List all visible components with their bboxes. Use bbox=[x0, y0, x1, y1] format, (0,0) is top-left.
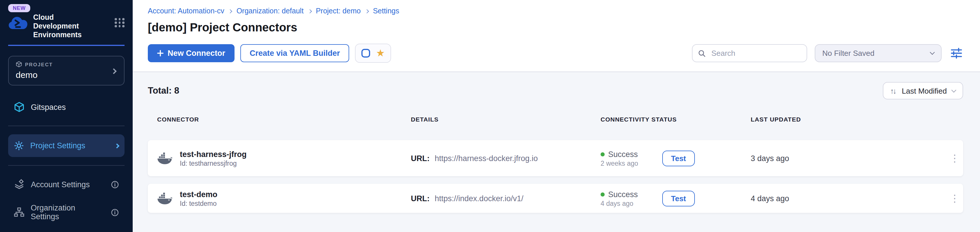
sort-select[interactable]: ↑↓ Last Modified bbox=[883, 82, 963, 99]
toolbar-left: New Connector Create via YAML Builder ★ bbox=[148, 44, 391, 63]
new-connector-label: New Connector bbox=[168, 49, 225, 57]
sidebar-divider bbox=[8, 126, 124, 126]
row-menu-icon[interactable]: ⋮ bbox=[946, 152, 963, 164]
sidebar-item-label: Account Settings bbox=[31, 180, 90, 189]
toolbar: New Connector Create via YAML Builder ★ bbox=[148, 44, 964, 72]
table-header: CONNECTOR DETAILS CONNECTIVITY STATUS LA… bbox=[148, 116, 963, 123]
test-button[interactable]: Test bbox=[662, 191, 695, 206]
connector-name: test-harness-jfrog bbox=[180, 150, 247, 159]
status-time: 2 weeks ago bbox=[601, 160, 662, 167]
breadcrumb-settings[interactable]: Settings bbox=[373, 7, 399, 15]
page-title: [demo] Project Connectors bbox=[148, 21, 964, 34]
sidebar: NEW Cloud Development Environments bbox=[0, 0, 133, 232]
breadcrumb: Account: Automation-cv Organization: def… bbox=[148, 7, 964, 15]
create-via-yaml-builder-button[interactable]: Create via YAML Builder bbox=[240, 44, 349, 62]
row-menu-cell: ⋮ bbox=[946, 192, 972, 204]
connectors-content: Total: 8 ↑↓ Last Modified CONNECTOR DETA… bbox=[133, 72, 980, 232]
sidebar-item-project-settings[interactable]: Project Settings bbox=[8, 134, 124, 157]
sidebar-item-label: Gitspaces bbox=[31, 103, 66, 111]
url-label: URL: bbox=[411, 194, 430, 203]
chevron-separator-icon bbox=[365, 9, 369, 13]
sidebar-item-gitspaces[interactable]: Gitspaces bbox=[8, 97, 124, 118]
gear-icon bbox=[14, 141, 24, 151]
plus-icon bbox=[157, 50, 164, 56]
saved-filter-select[interactable]: No Filter Saved bbox=[815, 44, 942, 62]
favorites-checkbox[interactable] bbox=[361, 49, 370, 57]
url-value: https://harness-docker.jfrog.io bbox=[435, 154, 538, 162]
breadcrumb-organization[interactable]: Organization: default bbox=[237, 7, 304, 15]
new-badge: NEW bbox=[8, 4, 30, 12]
status-text: Success bbox=[608, 150, 638, 159]
search-input[interactable] bbox=[710, 48, 801, 58]
status-success-dot bbox=[601, 192, 605, 196]
chevron-separator-icon bbox=[228, 9, 232, 13]
status-success-dot bbox=[601, 152, 605, 156]
connector-row[interactable]: test-harness-jfrog Id: testharnessjfrog … bbox=[148, 140, 963, 176]
sidebar-item-account-settings[interactable]: Account Settings bbox=[8, 174, 124, 195]
row-menu-cell: ⋮ bbox=[946, 152, 972, 164]
status-block: Success 4 days ago bbox=[601, 190, 662, 207]
details-cell: URL: https://index.docker.io/v1/ bbox=[411, 194, 601, 203]
url-label: URL: bbox=[411, 154, 430, 162]
connector-cell: test-demo Id: testdemo bbox=[157, 190, 411, 207]
breadcrumb-account[interactable]: Account: Automation-cv bbox=[148, 7, 224, 15]
saved-filter-value: No Filter Saved bbox=[822, 49, 874, 57]
search-box bbox=[692, 44, 807, 62]
details-cell: URL: https://harness-docker.jfrog.io bbox=[411, 154, 601, 162]
connector-row[interactable]: test-demo Id: testdemo URL: https://inde… bbox=[148, 184, 963, 213]
new-connector-button[interactable]: New Connector bbox=[148, 44, 234, 62]
chevron-down-icon bbox=[951, 87, 956, 92]
breadcrumb-project[interactable]: Project: demo bbox=[316, 7, 361, 15]
row-menu-icon[interactable]: ⋮ bbox=[946, 192, 963, 204]
sidebar-item-organization-settings[interactable]: Organization Settings bbox=[8, 198, 124, 226]
search-icon bbox=[698, 49, 706, 57]
info-icon bbox=[111, 181, 119, 188]
connector-name-block: test-harness-jfrog Id: testharnessjfrog bbox=[180, 150, 247, 167]
page-header: Account: Automation-cv Organization: def… bbox=[133, 0, 980, 72]
filter-settings-button[interactable] bbox=[949, 46, 964, 60]
column-header-connector: CONNECTOR bbox=[157, 116, 411, 123]
connector-id: Id: testharnessjfrog bbox=[180, 160, 247, 167]
favorite-star-icon[interactable]: ★ bbox=[376, 48, 385, 58]
column-header-details: DETAILS bbox=[411, 116, 601, 123]
test-button[interactable]: Test bbox=[662, 150, 695, 166]
product-title: Cloud Development Environments bbox=[33, 13, 92, 40]
brand-row: Cloud Development Environments bbox=[8, 12, 124, 46]
connector-name-block: test-demo Id: testdemo bbox=[180, 190, 217, 207]
status-time: 4 days ago bbox=[601, 200, 662, 207]
total-count: Total: 8 bbox=[148, 86, 179, 96]
chevron-right-icon bbox=[115, 143, 119, 148]
chevron-separator-icon bbox=[307, 9, 312, 13]
connectivity-status-cell: Success 4 days ago Test bbox=[601, 190, 751, 207]
app-viewport: NEW Cloud Development Environments bbox=[0, 0, 980, 232]
column-header-last-updated: LAST UPDATED bbox=[751, 116, 946, 123]
main-panel: Account: Automation-cv Organization: def… bbox=[133, 0, 980, 232]
sidebar-header: NEW Cloud Development Environments bbox=[0, 0, 133, 46]
list-toolbar: Total: 8 ↑↓ Last Modified bbox=[148, 82, 963, 99]
column-header-connectivity-status: CONNECTIVITY STATUS bbox=[601, 116, 751, 123]
last-updated-cell: 3 days ago bbox=[751, 154, 946, 162]
url-value: https://index.docker.io/v1/ bbox=[435, 194, 523, 203]
last-updated-cell: 4 days ago bbox=[751, 194, 946, 203]
connector-name: test-demo bbox=[180, 190, 217, 199]
app-grid-icon[interactable] bbox=[115, 18, 124, 27]
gitspaces-icon bbox=[14, 102, 24, 112]
sidebar-item-label: Project Settings bbox=[30, 141, 85, 150]
status-block: Success 2 weeks ago bbox=[601, 150, 662, 167]
project-name: demo bbox=[16, 70, 117, 79]
sort-arrows-icon: ↑↓ bbox=[890, 86, 895, 95]
docker-icon bbox=[157, 152, 173, 164]
sidebar-divider bbox=[8, 165, 124, 166]
cube-icon bbox=[16, 61, 22, 67]
project-label-row: PROJECT bbox=[16, 61, 117, 67]
account-settings-icon bbox=[14, 179, 24, 189]
connector-cell: test-harness-jfrog Id: testharnessjfrog bbox=[157, 150, 411, 167]
status-text: Success bbox=[608, 190, 638, 199]
organization-settings-icon bbox=[14, 207, 24, 218]
info-icon bbox=[111, 208, 119, 216]
filter-sliders-icon bbox=[950, 48, 963, 59]
project-selector[interactable]: PROJECT demo bbox=[8, 56, 124, 86]
docker-icon bbox=[157, 192, 173, 204]
sort-value: Last Modified bbox=[902, 86, 947, 95]
sidebar-item-label: Organization Settings bbox=[31, 203, 105, 221]
